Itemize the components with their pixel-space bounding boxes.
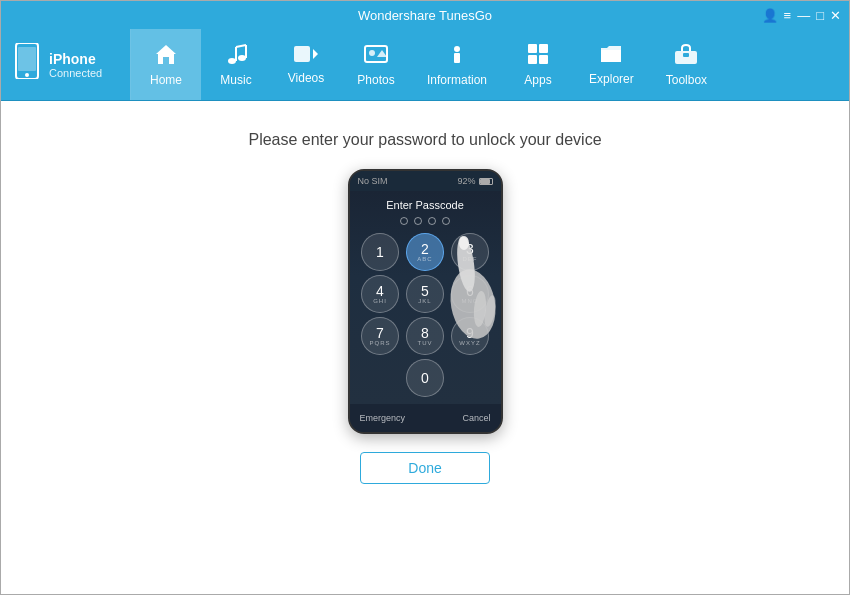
tab-toolbox[interactable]: Toolbox — [650, 29, 723, 100]
tab-explorer[interactable]: Explorer — [573, 29, 650, 100]
hand-overlay — [438, 229, 518, 349]
unlock-prompt: Please enter your password to unlock you… — [248, 131, 601, 149]
device-status: Connected — [49, 67, 102, 79]
svg-rect-9 — [294, 46, 310, 62]
dot-3 — [428, 217, 436, 225]
user-icon[interactable]: 👤 — [762, 8, 778, 23]
svg-marker-10 — [313, 49, 318, 59]
videos-icon — [293, 45, 319, 67]
key-4[interactable]: 4GHI — [361, 275, 399, 313]
photos-icon — [364, 43, 388, 69]
main-content: Please enter your password to unlock you… — [1, 101, 849, 594]
tab-information-label: Information — [427, 73, 487, 87]
passcode-title: Enter Passcode — [386, 199, 464, 211]
music-icon — [225, 43, 247, 69]
tab-music[interactable]: Music — [201, 29, 271, 100]
done-button[interactable]: Done — [360, 452, 490, 484]
svg-point-5 — [238, 55, 246, 61]
svg-rect-16 — [528, 44, 537, 53]
window-controls: 👤 ≡ — □ ✕ — [762, 8, 841, 23]
app-title: Wondershare TunesGo — [358, 8, 492, 23]
emergency-label[interactable]: Emergency — [360, 413, 406, 423]
key-0[interactable]: 0 — [406, 359, 444, 397]
svg-point-12 — [369, 50, 375, 56]
phone-container: No SIM 92% Enter Passcode — [348, 169, 503, 434]
device-section: iPhone Connected — [1, 29, 131, 100]
key-1[interactable]: 1 — [361, 233, 399, 271]
tab-videos-label: Videos — [288, 71, 324, 85]
svg-rect-19 — [539, 55, 548, 64]
explorer-icon — [599, 44, 623, 68]
tab-toolbox-label: Toolbox — [666, 73, 707, 87]
svg-marker-3 — [156, 45, 176, 64]
key-7[interactable]: 7PQRS — [361, 317, 399, 355]
phone-status-bar: No SIM 92% — [350, 171, 501, 191]
svg-point-4 — [228, 58, 236, 64]
svg-point-24 — [459, 236, 469, 250]
svg-rect-15 — [454, 53, 460, 63]
svg-rect-21 — [683, 53, 689, 57]
tab-photos[interactable]: Photos — [341, 29, 411, 100]
home-icon — [154, 43, 178, 69]
tab-explorer-label: Explorer — [589, 72, 634, 86]
menu-icon[interactable]: ≡ — [784, 8, 792, 23]
svg-marker-13 — [377, 50, 387, 57]
close-icon[interactable]: ✕ — [830, 8, 841, 23]
tab-photos-label: Photos — [357, 73, 394, 87]
nav-bar: iPhone Connected Home — [1, 29, 849, 101]
app-window: Wondershare TunesGo 👤 ≡ — □ ✕ iPhone Con… — [0, 0, 850, 595]
battery-icon — [479, 178, 493, 185]
information-icon — [446, 43, 468, 69]
phone-bottom-bar: Emergency Cancel — [350, 404, 501, 432]
sim-status: No SIM — [358, 176, 388, 186]
apps-icon — [527, 43, 549, 69]
device-icon — [13, 43, 41, 86]
minimize-icon[interactable]: — — [797, 8, 810, 23]
device-info: iPhone Connected — [49, 51, 102, 79]
toolbox-icon — [674, 43, 698, 69]
title-bar: Wondershare TunesGo 👤 ≡ — □ ✕ — [1, 1, 849, 29]
svg-rect-1 — [18, 47, 36, 71]
tab-home-label: Home — [150, 73, 182, 87]
dot-2 — [414, 217, 422, 225]
svg-line-8 — [236, 45, 246, 47]
tab-home[interactable]: Home — [131, 29, 201, 100]
dot-4 — [442, 217, 450, 225]
maximize-icon[interactable]: □ — [816, 8, 824, 23]
device-name: iPhone — [49, 51, 102, 67]
passcode-dots — [400, 217, 450, 225]
svg-rect-20 — [675, 51, 697, 64]
svg-rect-18 — [528, 55, 537, 64]
battery-status: 92% — [457, 176, 492, 186]
svg-point-14 — [454, 46, 460, 52]
nav-tabs: Home Music — [131, 29, 849, 100]
svg-point-2 — [25, 73, 29, 77]
tab-information[interactable]: Information — [411, 29, 503, 100]
tab-apps-label: Apps — [524, 73, 551, 87]
tab-music-label: Music — [220, 73, 251, 87]
tab-videos[interactable]: Videos — [271, 29, 341, 100]
tab-apps[interactable]: Apps — [503, 29, 573, 100]
dot-1 — [400, 217, 408, 225]
cancel-label[interactable]: Cancel — [462, 413, 490, 423]
svg-rect-17 — [539, 44, 548, 53]
